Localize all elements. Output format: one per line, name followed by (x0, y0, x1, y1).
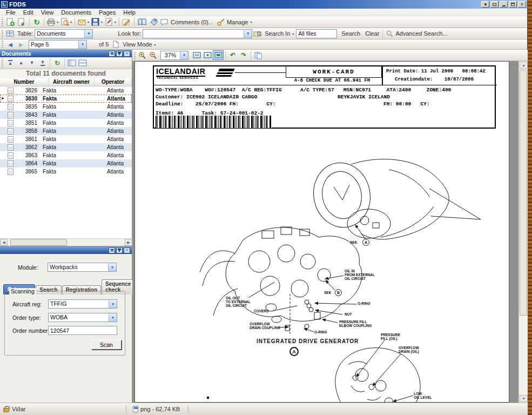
column-operator[interactable]: Operator (95, 78, 132, 86)
chevron-down-icon[interactable]: ▼ (109, 313, 117, 322)
chevron-down-icon[interactable]: ▼ (84, 30, 92, 38)
toolbar-grip[interactable] (1, 58, 4, 68)
look-for-input[interactable]: ▼ (143, 29, 252, 38)
mail-button[interactable]: ▾ (77, 17, 90, 28)
fit-page-button[interactable] (191, 50, 202, 60)
view-mode-button[interactable]: View Mode (123, 41, 152, 48)
next-record-button[interactable]: ▼ (26, 58, 37, 69)
advanced-search-button[interactable]: Advanced Search... (385, 28, 450, 39)
toolbar-grip[interactable] (1, 17, 4, 26)
print-button[interactable]: ▾ (46, 17, 59, 28)
panel-close-button[interactable]: × (124, 51, 130, 57)
import-document-button[interactable] (16, 17, 28, 28)
rotate-left-button[interactable]: ↶ (227, 50, 238, 61)
column-aircraft-owner[interactable]: Aircraft owner (49, 78, 95, 86)
table-row[interactable]: 3858 Fakta Atlanta (0, 127, 132, 135)
search-in-icon[interactable] (252, 28, 263, 39)
order-number-input[interactable] (48, 326, 117, 335)
table-row[interactable]: 3865 Fakta Atlanta (0, 168, 132, 176)
fit-width-button[interactable] (202, 50, 213, 60)
module-select[interactable]: Workpacks ▼ (48, 263, 117, 272)
save-button[interactable]: ▾ (90, 17, 104, 28)
chevron-down-icon[interactable]: ▼ (109, 300, 117, 308)
next-page-button[interactable]: ▶ (16, 39, 26, 50)
copy-button[interactable] (253, 50, 264, 61)
refresh-button[interactable]: ↻ (31, 17, 42, 28)
table-row[interactable]: 3851 Fakta Atlanta (0, 119, 132, 127)
minimize-button[interactable] (500, 1, 508, 8)
menu-help[interactable]: Help (119, 9, 139, 16)
table-select[interactable]: Documents ▼ (35, 29, 93, 38)
comments-button[interactable]: Comments (0)... (159, 17, 216, 28)
detail-view-button[interactable] (66, 58, 77, 69)
scroll-right-button[interactable]: ▶ (125, 239, 132, 246)
previous-page-button[interactable]: ◀ (5, 39, 16, 50)
scroll-left-button[interactable]: ◀ (0, 239, 8, 246)
tag-button[interactable] (148, 17, 159, 28)
panel-close-button[interactable]: × (124, 247, 130, 253)
viewer-vscrollbar[interactable]: ▲ ▼ (518, 61, 528, 403)
new-document-button[interactable] (5, 17, 16, 28)
scan-button[interactable]: Scan (91, 340, 122, 350)
menu-file[interactable]: File (2, 9, 19, 16)
table-row[interactable]: 3864 Fakta Atlanta (0, 159, 132, 168)
scrollbar-thumb[interactable] (520, 70, 527, 316)
close-button[interactable]: × (518, 1, 526, 8)
table-row[interactable]: 3835 Fakta Atlanta (0, 103, 132, 111)
pdf-button[interactable]: ▾ (104, 17, 117, 28)
clear-button[interactable]: Clear (365, 30, 379, 37)
toolbar-grip[interactable] (1, 29, 4, 38)
panel-restore-button[interactable] (109, 51, 115, 57)
panel-pin-button[interactable] (116, 247, 123, 253)
chevron-down-icon[interactable]: ▼ (180, 51, 188, 59)
chevron-down-icon[interactable]: ▼ (244, 30, 252, 38)
page-select[interactable]: Page 5 ▼ (29, 40, 87, 49)
scroll-down-button[interactable]: ▼ (520, 395, 528, 402)
scrollbar-thumb[interactable] (10, 239, 67, 246)
fit-visible-button[interactable] (213, 50, 224, 60)
restore-button[interactable] (509, 1, 517, 8)
toolbar-grip[interactable] (133, 51, 137, 59)
toolbar-grip[interactable] (1, 41, 4, 48)
always-on-top-button[interactable] (490, 1, 499, 8)
zoom-out-button[interactable] (148, 50, 159, 61)
zoom-level-select[interactable]: 37% ▼ (160, 51, 188, 60)
page-artifact-dot (207, 397, 209, 399)
column-number[interactable]: Number (0, 78, 49, 86)
aircraft-reg-select[interactable]: TFFIG ▼ (48, 299, 117, 309)
order-type-select[interactable]: WOBA ▼ (48, 313, 117, 322)
list-view-button[interactable] (77, 58, 88, 69)
table-row[interactable]: 3861 Fakta Atlanta (0, 135, 132, 143)
manage-button[interactable]: Manage ▾ (216, 17, 253, 28)
preview-button[interactable]: ▾ (59, 17, 73, 28)
file-type-icon (133, 406, 138, 412)
search-in-label[interactable]: Search In (265, 30, 290, 37)
shade-button[interactable] (481, 1, 489, 8)
table-row[interactable]: 3843 Fakta Atlanta (0, 111, 132, 119)
search-button[interactable]: Search (341, 30, 360, 37)
rotate-right-button[interactable]: ↷ (238, 50, 249, 61)
menu-view[interactable]: View (37, 9, 58, 16)
edit-annotation-button[interactable] (121, 17, 132, 28)
first-record-button[interactable]: ▲ (5, 58, 16, 69)
panel-pin-button[interactable] (116, 51, 123, 57)
scroll-up-button[interactable]: ▲ (520, 62, 528, 69)
menu-pages[interactable]: Pages (95, 9, 119, 16)
panel-restore-button[interactable] (109, 247, 115, 253)
zoom-in-button[interactable] (137, 50, 148, 61)
last-record-button[interactable]: ▼ (37, 58, 48, 69)
previous-record-button[interactable]: ▲ (16, 58, 26, 69)
refresh-list-button[interactable]: ↻ (52, 58, 63, 69)
search-in-input[interactable] (296, 29, 337, 38)
menu-documents[interactable]: Documents (57, 9, 95, 16)
chevron-down-icon[interactable]: ▼ (78, 41, 86, 49)
table-row[interactable]: 3863 Fakta Atlanta (0, 151, 132, 159)
menu-edit[interactable]: Edit (19, 9, 37, 16)
table-row[interactable]: 3862 Fakta Atlanta (0, 143, 132, 151)
documents-toolbar: ▲ ▲ ▼ ▼ ↻ (0, 57, 132, 69)
table-row[interactable]: 3830 Fakta Atlanta (0, 95, 132, 103)
table-row[interactable]: 3826 Fakta Atlanta (0, 86, 132, 95)
chevron-down-icon[interactable]: ▼ (108, 263, 116, 271)
documents-hscrollbar[interactable]: ◀ ▶ (0, 238, 132, 246)
book-view-button[interactable] (136, 17, 148, 28)
